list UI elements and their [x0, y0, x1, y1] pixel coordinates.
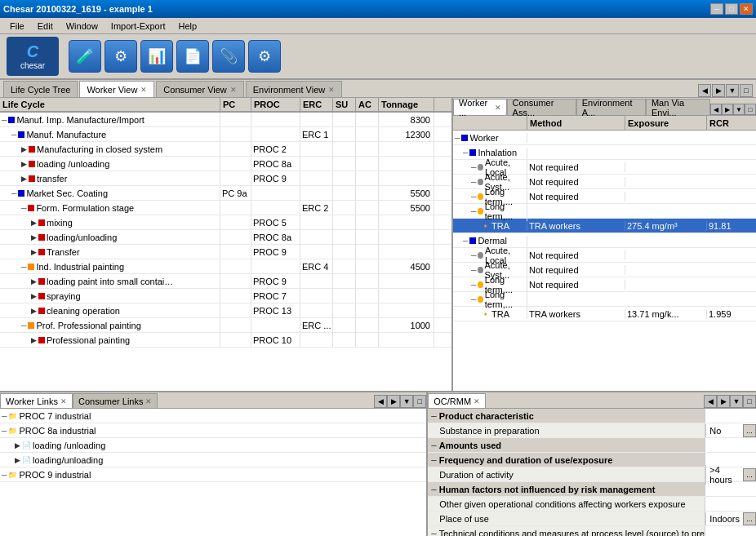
- tab-lifecycle[interactable]: Life Cycle Tree: [3, 81, 78, 97]
- expand-icon[interactable]: ─: [2, 471, 7, 479]
- expand-icon[interactable]: ▶: [15, 456, 20, 464]
- tab-nav-max[interactable]: □: [740, 84, 753, 97]
- right-tab-nav-right[interactable]: ▶: [722, 104, 733, 115]
- menu-import-export[interactable]: Import-Export: [105, 20, 172, 33]
- menu-window[interactable]: Window: [60, 20, 105, 33]
- oc-nav-left[interactable]: ◀: [704, 395, 717, 408]
- tree-row[interactable]: ▶ loading paint into small containe... P…: [0, 274, 451, 289]
- tab-consumer-close[interactable]: ✕: [230, 86, 237, 94]
- right-tab-man[interactable]: Man Via Envi...: [646, 99, 710, 115]
- expand-icon[interactable]: ▶: [31, 292, 37, 300]
- tree-row[interactable]: ▶ Manufacturing in closed system PROC 2: [0, 142, 451, 157]
- tree-row[interactable]: ▶ cleaning operation PROC 13: [0, 303, 451, 318]
- tab-environment[interactable]: Environment View ✕: [246, 81, 342, 97]
- toolbar-btn-2[interactable]: ⚙: [105, 40, 137, 73]
- toolbar-btn-4[interactable]: 📄: [176, 40, 209, 73]
- expand-icon[interactable]: ▶: [31, 219, 37, 227]
- expand-icon[interactable]: ─: [21, 321, 26, 330]
- tree-row[interactable]: ─ 📁 PROC 9 industrial: [0, 467, 426, 482]
- tree-row[interactable]: ▶ 📄 loading/unloading: [0, 453, 426, 467]
- expand-icon[interactable]: ▶: [31, 336, 37, 344]
- bottom-tab-consumer-close[interactable]: ✕: [145, 397, 152, 405]
- bottom-nav-left[interactable]: ◀: [374, 395, 387, 408]
- bottom-tab-worker-links[interactable]: Worker Links ✕: [0, 393, 73, 408]
- expand-icon[interactable]: ▶: [31, 248, 37, 256]
- expand-icon[interactable]: ▶: [31, 307, 37, 315]
- tab-consumer[interactable]: Consumer View ✕: [156, 81, 243, 97]
- toolbar-btn-3[interactable]: 📊: [140, 40, 173, 73]
- tab-oc-rmm[interactable]: OC/RMM ✕: [428, 393, 486, 408]
- expand-icon[interactable]: ─: [463, 148, 468, 157]
- right-tab-nav-max[interactable]: □: [745, 104, 756, 115]
- prop-edit-btn[interactable]: ...: [743, 468, 756, 481]
- expand-icon[interactable]: ─: [471, 178, 476, 186]
- right-tree-row[interactable]: ─ Long term,...: [453, 292, 756, 307]
- expand-icon[interactable]: ─: [431, 412, 436, 420]
- toolbar-btn-6[interactable]: ⚙: [248, 40, 281, 73]
- tree-row[interactable]: ─ Form. Formulation stage ERC 2 5500: [0, 201, 451, 215]
- expand-icon[interactable]: ─: [471, 251, 476, 259]
- tree-row[interactable]: ▶ 📄 loading /unloading: [0, 438, 426, 453]
- expand-icon[interactable]: ▶: [21, 160, 27, 168]
- right-tree-row[interactable]: ─ Worker: [453, 131, 756, 145]
- maximize-button[interactable]: □: [725, 3, 738, 15]
- tree-row[interactable]: ▶ loading /unloading PROC 8a: [0, 157, 451, 171]
- right-tab-nav-down[interactable]: ▼: [733, 104, 745, 115]
- expand-icon[interactable]: ─: [11, 189, 16, 197]
- tree-row[interactable]: ─ Market Sec. Coating PC 9a 5500: [0, 186, 451, 201]
- expand-icon[interactable]: ─: [11, 131, 16, 139]
- tab-nav-down[interactable]: ▼: [726, 84, 739, 97]
- expand-icon[interactable]: ─: [431, 456, 436, 464]
- tree-row[interactable]: ─ Manuf. Manufacture ERC 1 12300: [0, 127, 451, 142]
- tree-row[interactable]: ─ 📁 PROC 7 industrial: [0, 409, 426, 423]
- oc-nav-right[interactable]: ▶: [717, 395, 730, 408]
- bottom-tree-area[interactable]: ─ 📁 PROC 7 industrial ─ 📁 PROC 8a indust…: [0, 409, 426, 536]
- bottom-tab-worker-close[interactable]: ✕: [60, 397, 67, 405]
- right-tree-row-tra2[interactable]: 🔸 TRA TRA workers 13.71 mg/k... 1.959: [453, 307, 756, 321]
- expand-icon[interactable]: ▶: [21, 175, 27, 183]
- right-tree-row[interactable]: ─ Long term,...: [453, 204, 756, 219]
- tree-row[interactable]: ─ Manuf. Imp. Manufacture/Import 8300: [0, 113, 451, 127]
- tree-row[interactable]: ▶ spraying PROC 7: [0, 289, 451, 303]
- expand-icon[interactable]: ─: [471, 193, 476, 201]
- tree-row[interactable]: ─ 📁 PROC 8a industrial: [0, 423, 426, 438]
- tab-nav-left[interactable]: ◀: [698, 84, 711, 97]
- tree-row[interactable]: ▶ Professional painting PROC 10: [0, 333, 451, 348]
- toolbar-btn-5[interactable]: 📎: [212, 40, 245, 73]
- tree-row[interactable]: ─ Prof. Professional painting ERC ... 10…: [0, 318, 451, 333]
- tab-worker-close[interactable]: ✕: [140, 86, 147, 94]
- expand-icon[interactable]: ─: [455, 134, 460, 142]
- expand-icon[interactable]: ─: [21, 263, 26, 271]
- expand-icon[interactable]: ─: [2, 412, 7, 420]
- expand-icon[interactable]: ─: [471, 163, 476, 171]
- bottom-nav-max[interactable]: □: [413, 395, 426, 408]
- expand-icon[interactable]: ▶: [15, 441, 20, 450]
- expand-icon[interactable]: ─: [463, 237, 468, 245]
- tree-row[interactable]: ▶ transfer PROC 9: [0, 171, 451, 186]
- close-button[interactable]: ✕: [740, 3, 753, 15]
- bottom-nav-down[interactable]: ▼: [400, 395, 413, 408]
- right-tab-environment[interactable]: Environment A...: [576, 99, 646, 115]
- expand-icon[interactable]: ▶: [31, 233, 37, 241]
- right-tab-worker-close[interactable]: ✕: [495, 104, 501, 112]
- expand-icon[interactable]: ─: [431, 485, 436, 494]
- expand-icon[interactable]: ▶: [31, 277, 37, 286]
- right-tree-row-tra[interactable]: 🔸 TRA TRA workers 275.4 mg/m³ 91.81: [453, 219, 756, 233]
- right-tab-consumer[interactable]: Consumer Ass...: [507, 99, 576, 115]
- expand-icon[interactable]: ─: [471, 281, 476, 289]
- toolbar-btn-1[interactable]: 🧪: [69, 40, 101, 73]
- menu-edit[interactable]: Edit: [31, 20, 60, 33]
- menu-help[interactable]: Help: [171, 20, 203, 33]
- tree-row[interactable]: ─ Ind. Industrial painting ERC 4 4500: [0, 259, 451, 274]
- expand-icon[interactable]: ─: [2, 427, 7, 435]
- tab-worker[interactable]: Worker View ✕: [79, 81, 154, 97]
- bottom-nav-right[interactable]: ▶: [387, 395, 400, 408]
- tree-area[interactable]: ─ Manuf. Imp. Manufacture/Import 8300: [0, 113, 451, 391]
- right-tree-area[interactable]: ─ Worker ─ Inhalation: [453, 131, 756, 391]
- expand-icon[interactable]: ─: [2, 116, 7, 124]
- expand-icon[interactable]: ─: [471, 295, 476, 303]
- right-tab-nav-left[interactable]: ◀: [710, 104, 722, 115]
- right-tab-worker[interactable]: Worker ... ✕: [453, 99, 507, 115]
- tree-row[interactable]: ▶ Transfer PROC 9: [0, 245, 451, 259]
- expand-icon[interactable]: ▶: [21, 145, 27, 153]
